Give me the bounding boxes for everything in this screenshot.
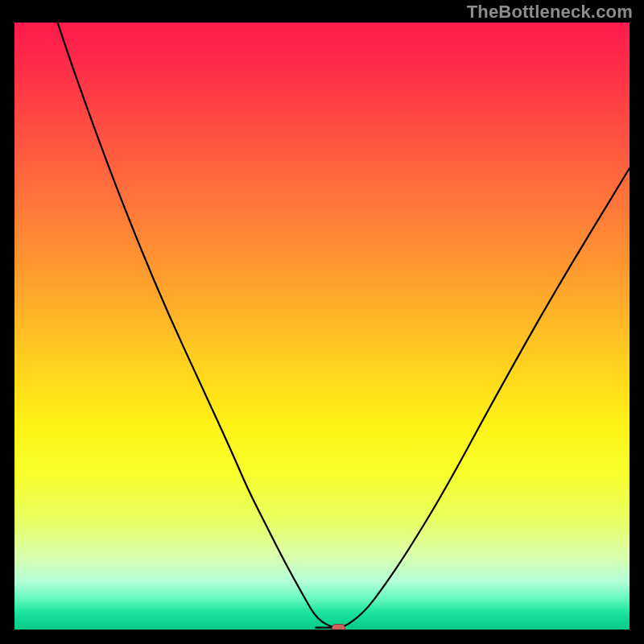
plot-area [14, 23, 630, 630]
optimal-point-marker [332, 624, 345, 630]
chart-stage: TheBottleneck.com [0, 0, 644, 644]
watermark-text: TheBottleneck.com [467, 2, 633, 23]
bottleneck-curve [14, 23, 630, 630]
